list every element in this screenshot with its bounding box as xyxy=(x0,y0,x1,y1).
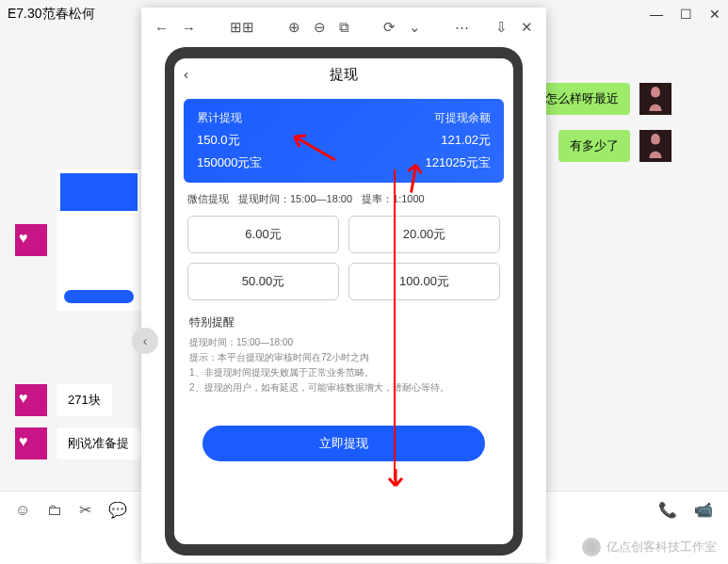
available-balance-label: 可提现余额 xyxy=(344,110,491,126)
folder-icon[interactable]: 🗀 xyxy=(47,502,62,519)
avatar[interactable] xyxy=(639,130,671,162)
message-incoming: 271块 xyxy=(15,384,112,416)
withdraw-time: 提现时间：15:00—18:00 xyxy=(238,192,352,206)
video-icon[interactable]: 📹 xyxy=(694,501,713,519)
avatar[interactable] xyxy=(15,427,47,459)
notice-line: 2、提现的用户，如有延迟，可能审核数据增大，请耐心等待。 xyxy=(189,380,498,395)
message-incoming: 刚说准备提 xyxy=(15,427,140,459)
phone-screen: ‹ 提现 累计提现 可提现余额 150.0元 121.02元 150000元宝 … xyxy=(174,58,513,544)
scissors-icon[interactable]: ✂ xyxy=(79,501,91,519)
notice-line: 提现时间：15:00—18:00 xyxy=(189,335,498,350)
phone-back-icon: ‹ xyxy=(184,66,188,82)
available-balance-coins: 121025元宝 xyxy=(344,154,491,171)
amount-option: 100.00元 xyxy=(348,263,500,300)
maximize-button[interactable]: ☐ xyxy=(680,7,692,22)
avatar[interactable] xyxy=(15,384,47,416)
watermark-text: 亿点创客科技工作室 xyxy=(607,539,717,556)
total-withdraw-yuan: 150.0元 xyxy=(197,132,344,149)
zoom-out-icon[interactable]: ⊖ xyxy=(314,19,326,36)
close-button[interactable]: ✕ xyxy=(709,7,720,22)
zoom-in-icon[interactable]: ⊕ xyxy=(288,19,300,36)
phone-icon[interactable]: 📞 xyxy=(658,501,677,519)
withdraw-button: 立即提现 xyxy=(202,426,485,461)
notice-header: 特别提醒 xyxy=(189,314,498,331)
notice-line: 1、非提现时间提现失败属于正常业务范畴。 xyxy=(189,365,498,380)
balance-card: 累计提现 可提现余额 150.0元 121.02元 150000元宝 12102… xyxy=(184,99,504,183)
withdraw-method: 微信提现 xyxy=(187,192,229,206)
prev-image-button[interactable]: ‹ xyxy=(132,328,158,354)
weibo-icon: 微 xyxy=(582,538,601,556)
avatar[interactable] xyxy=(15,224,47,256)
annotation-line xyxy=(394,169,396,480)
annotation-arrow xyxy=(381,469,410,488)
amount-option: 6.00元 xyxy=(187,216,339,253)
phone-title-text: 提现 xyxy=(330,66,358,82)
image-thumbnail[interactable] xyxy=(57,169,141,311)
image-viewer: ← → ⊞⊞ ⊕ ⊖ ⧉ ⟳ ⌄ ⋯ ⇩ ✕ ‹ ‹ 提现 累计提现 可提现余额… xyxy=(141,8,546,563)
total-withdraw-coins: 150000元宝 xyxy=(197,154,344,171)
total-withdraw-label: 累计提现 xyxy=(197,110,344,126)
chevron-down-icon[interactable]: ⌄ xyxy=(409,19,421,36)
message-outgoing: 有多少了 xyxy=(558,130,671,162)
avatar[interactable] xyxy=(639,83,671,115)
window-title: E7.30范春松何 xyxy=(8,6,95,23)
message-incoming xyxy=(15,169,141,311)
notice-line: 提示：本平台提现的审核时间在72小时之内 xyxy=(189,350,498,365)
close-icon[interactable]: ✕ xyxy=(521,19,533,36)
minimize-button[interactable]: — xyxy=(650,7,663,22)
window-controls: — ☐ ✕ xyxy=(650,7,720,22)
emoji-icon[interactable]: ☺ xyxy=(15,502,30,519)
more-icon[interactable]: ⋯ xyxy=(455,19,469,36)
withdraw-info: 微信提现 提现时间：15:00—18:00 提率：1:1000 xyxy=(174,183,513,216)
amount-option: 50.00元 xyxy=(187,263,339,300)
forward-icon[interactable]: → xyxy=(182,20,196,36)
available-balance-yuan: 121.02元 xyxy=(344,132,491,149)
phone-page-title: ‹ 提现 xyxy=(174,58,513,91)
rotate-icon[interactable]: ⟳ xyxy=(383,19,396,36)
viewer-image[interactable]: ‹ 提现 累计提现 可提现余额 150.0元 121.02元 150000元宝 … xyxy=(165,47,523,556)
save-icon[interactable]: ⇩ xyxy=(495,19,508,36)
back-icon[interactable]: ← xyxy=(154,20,169,36)
viewer-toolbar: ← → ⊞⊞ ⊕ ⊖ ⧉ ⟳ ⌄ ⋯ ⇩ ✕ xyxy=(141,8,546,47)
message-bubble[interactable]: 271块 xyxy=(57,384,112,416)
message-bubble[interactable]: 有多少了 xyxy=(558,130,630,162)
amount-grid: 6.00元 20.00元 50.00元 100.00元 xyxy=(174,216,513,300)
fit-icon[interactable]: ⧉ xyxy=(339,19,349,36)
watermark: 微 亿点创客科技工作室 xyxy=(582,538,717,556)
message-bubble[interactable]: 刚说准备提 xyxy=(57,427,140,459)
chat-icon[interactable]: 💬 xyxy=(108,501,127,519)
grid-icon[interactable]: ⊞⊞ xyxy=(230,19,254,36)
amount-option: 20.00元 xyxy=(348,216,500,253)
notice-block: 特别提醒 提现时间：15:00—18:00 提示：本平台提现的审核时间在72小时… xyxy=(174,300,513,409)
